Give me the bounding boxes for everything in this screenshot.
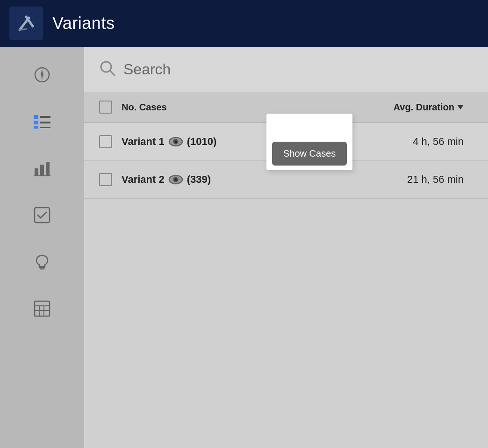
svg-rect-14 (40, 165, 44, 176)
page-title: Variants (52, 14, 115, 33)
svg-point-32 (174, 179, 177, 181)
content-area: Search No. Cases Avg. Duration Variant 1 (84, 47, 488, 448)
row-2-duration: 21 h, 56 min (407, 173, 464, 186)
col-cases-header: No. Cases (122, 102, 384, 113)
search-icon (99, 60, 116, 79)
svg-rect-10 (40, 116, 50, 118)
sort-chevron-icon (457, 105, 464, 109)
sidebar-item-navigate[interactable] (28, 61, 56, 89)
lightbulb-icon (33, 253, 51, 271)
eye-icon[interactable] (168, 134, 183, 149)
list-icon (33, 112, 51, 131)
svg-rect-15 (46, 162, 50, 176)
svg-rect-7 (34, 115, 38, 119)
bar-chart-icon (33, 159, 51, 178)
svg-point-29 (174, 141, 177, 143)
svg-line-2 (20, 29, 26, 30)
svg-rect-17 (35, 208, 50, 223)
table-row: Variant 1 (1010) 4 h, 56 min Show Cases (84, 123, 488, 161)
search-placeholder[interactable]: Search (123, 61, 171, 78)
sidebar-item-insights[interactable] (28, 248, 56, 276)
show-cases-tooltip: Show Cases (266, 114, 352, 170)
row-2-checkbox[interactable] (99, 173, 112, 186)
sidebar-item-list[interactable] (28, 108, 56, 136)
search-bar: Search (84, 47, 488, 92)
grid-icon (33, 299, 51, 318)
compass-icon (33, 65, 51, 84)
sidebar-item-tasks[interactable] (28, 201, 56, 229)
checklist-icon (33, 206, 51, 224)
row-1-checkbox[interactable] (99, 135, 112, 148)
col-duration-header[interactable]: Avg. Duration (394, 102, 464, 113)
eye-icon[interactable] (168, 172, 183, 187)
svg-rect-12 (40, 127, 50, 128)
select-all-checkbox[interactable] (99, 101, 112, 114)
svg-rect-9 (34, 126, 38, 129)
variant-1-label: Variant 1 (1010) (122, 134, 403, 149)
variant-2-label: Variant 2 (339) (122, 172, 398, 187)
sidebar (0, 47, 84, 448)
app-header: Variants (0, 0, 488, 47)
sidebar-item-grid[interactable] (28, 295, 56, 323)
show-cases-button[interactable]: Show Cases (272, 142, 347, 166)
svg-rect-13 (35, 168, 38, 176)
row-1-duration: 4 h, 56 min (413, 136, 464, 148)
svg-rect-11 (40, 122, 50, 123)
svg-rect-8 (34, 121, 38, 124)
app-logo (9, 7, 43, 40)
sidebar-item-chart[interactable] (28, 154, 56, 182)
svg-line-26 (110, 71, 115, 75)
svg-rect-20 (35, 301, 50, 316)
